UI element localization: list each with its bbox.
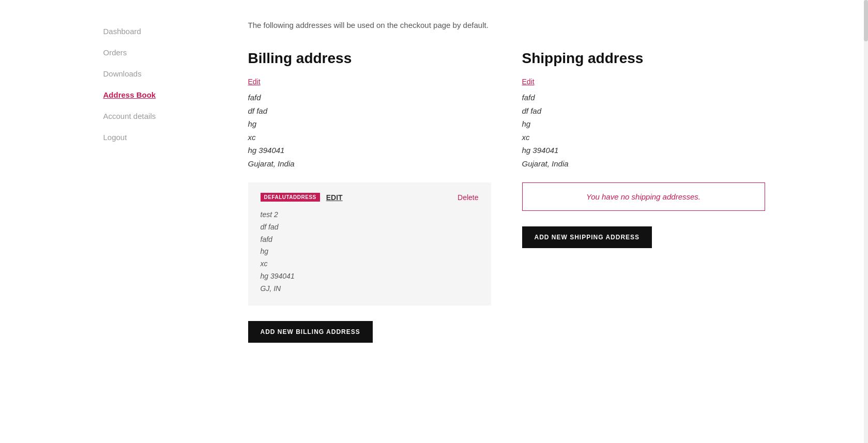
shipping-address: fafd df fad hg xc hg 394041 Gujarat, Ind… [522, 91, 765, 170]
card-line4: hg [261, 246, 479, 258]
billing-line6: Gujarat, India [248, 157, 491, 171]
default-badge: DEFALUTADDRESS [261, 193, 320, 202]
card-line3: fafd [261, 234, 479, 246]
scrollbar-track[interactable] [864, 0, 868, 363]
sidebar-link-orders[interactable]: Orders [103, 42, 217, 63]
sidebar-item-dashboard[interactable]: Dashboard [103, 21, 217, 42]
card-line5: xc [261, 258, 479, 270]
sidebar-link-account-details[interactable]: Account details [103, 105, 217, 127]
shipping-line2: df fad [522, 104, 765, 118]
card-line6: hg 394041 [261, 270, 479, 283]
billing-line1: fafd [248, 91, 491, 104]
shipping-line1: fafd [522, 91, 765, 104]
sidebar-link-downloads[interactable]: Downloads [103, 63, 217, 84]
billing-edit-link[interactable]: Edit [248, 78, 261, 86]
sidebar-item-downloads[interactable]: Downloads [103, 63, 217, 84]
billing-card-header: DEFALUTADDRESS EDIT Delete [261, 193, 479, 202]
billing-heading: Billing address [248, 50, 491, 67]
sidebar-nav: Dashboard Orders Downloads Address Book … [103, 21, 217, 148]
shipping-line6: Gujarat, India [522, 157, 765, 171]
sidebar-link-dashboard[interactable]: Dashboard [103, 21, 217, 42]
no-shipping-address-box: You have no shipping addresses. [522, 182, 765, 211]
sidebar-link-logout[interactable]: Logout [103, 127, 217, 148]
card-line7: GJ, IN [261, 283, 479, 295]
intro-text: The following addresses will be used on … [248, 21, 765, 29]
billing-line3: hg [248, 117, 491, 131]
add-shipping-address-button[interactable]: ADD NEW SHIPPING ADDRESS [522, 226, 652, 248]
add-billing-address-button[interactable]: ADD NEW BILLING ADDRESS [248, 321, 373, 343]
billing-address: fafd df fad hg xc hg 394041 Gujarat, Ind… [248, 91, 491, 170]
billing-card-edit-link[interactable]: EDIT [326, 193, 343, 202]
sidebar-item-account-details[interactable]: Account details [103, 105, 217, 127]
sidebar: Dashboard Orders Downloads Address Book … [103, 21, 217, 343]
billing-card-address: test 2 df fad fafd hg xc hg 394041 GJ, I… [261, 209, 479, 295]
scrollbar-thumb[interactable] [864, 0, 868, 41]
shipping-line5: hg 394041 [522, 144, 765, 157]
shipping-line4: xc [522, 131, 765, 144]
sidebar-link-address-book[interactable]: Address Book [103, 84, 217, 105]
billing-address-card: DEFALUTADDRESS EDIT Delete test 2 df fad… [248, 182, 491, 305]
shipping-section: Shipping address Edit fafd df fad hg xc … [522, 50, 765, 343]
card-line1: test 2 [261, 209, 479, 221]
billing-line4: xc [248, 131, 491, 144]
shipping-line3: hg [522, 117, 765, 131]
billing-section: Billing address Edit fafd df fad hg xc h… [248, 50, 491, 343]
billing-card-delete-link[interactable]: Delete [458, 193, 478, 202]
sidebar-item-address-book[interactable]: Address Book [103, 84, 217, 105]
sidebar-item-logout[interactable]: Logout [103, 127, 217, 148]
addresses-grid: Billing address Edit fafd df fad hg xc h… [248, 50, 765, 343]
no-shipping-message: You have no shipping addresses. [535, 192, 752, 201]
shipping-edit-link[interactable]: Edit [522, 78, 535, 86]
billing-line5: hg 394041 [248, 144, 491, 157]
billing-line2: df fad [248, 104, 491, 118]
card-line2: df fad [261, 221, 479, 234]
sidebar-item-orders[interactable]: Orders [103, 42, 217, 63]
shipping-heading: Shipping address [522, 50, 765, 67]
main-content: The following addresses will be used on … [248, 21, 765, 343]
